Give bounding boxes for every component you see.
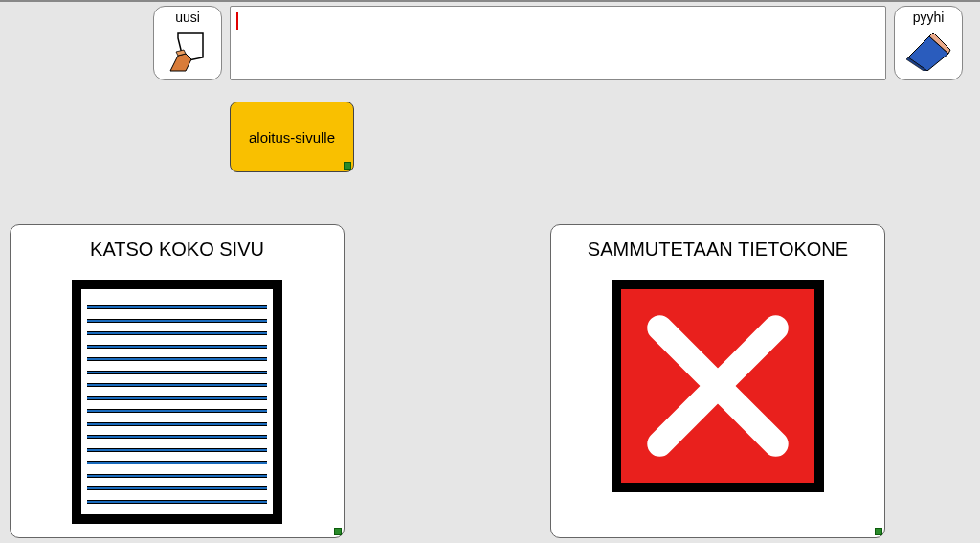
shutdown-title: SAMMUTETAAN TIETOKONE bbox=[588, 238, 848, 260]
new-button[interactable]: uusi bbox=[153, 6, 222, 80]
link-indicator-icon bbox=[875, 528, 882, 535]
new-label: uusi bbox=[175, 10, 200, 25]
text-input-area[interactable] bbox=[230, 6, 886, 80]
erase-button[interactable]: pyyhi bbox=[894, 6, 963, 80]
view-page-card[interactable]: KATSO KOKO SIVU bbox=[10, 224, 345, 538]
eraser-icon bbox=[904, 29, 952, 71]
text-cursor bbox=[236, 12, 238, 30]
view-page-title: KATSO KOKO SIVU bbox=[90, 238, 264, 260]
erase-label: pyyhi bbox=[913, 10, 945, 25]
link-indicator-icon bbox=[334, 528, 342, 535]
home-label: aloitus-sivulle bbox=[249, 129, 335, 146]
page-icon bbox=[72, 280, 282, 524]
link-indicator-icon bbox=[344, 162, 351, 170]
home-button[interactable]: aloitus-sivulle bbox=[230, 102, 354, 172]
shutdown-card[interactable]: SAMMUTETAAN TIETOKONE bbox=[550, 224, 885, 538]
close-x-icon bbox=[612, 280, 824, 492]
paper-hand-icon bbox=[165, 29, 211, 75]
